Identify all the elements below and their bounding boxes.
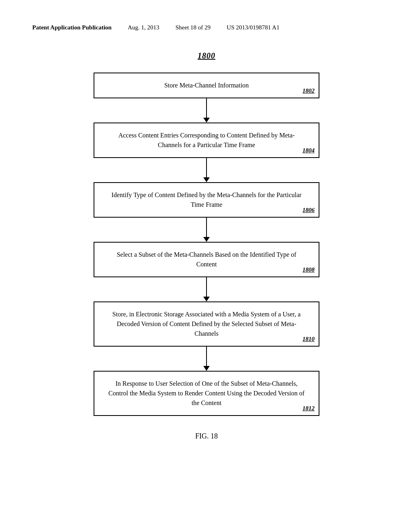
arrow-4 [203,277,210,301]
flow-box-1802-label: 1802 [302,86,315,96]
page: Patent Application Publication Aug. 1, 2… [0,0,413,532]
arrow-line-5 [206,347,207,366]
flow-box-1810-label: 1810 [302,335,315,344]
flow-box-1804-label: 1804 [302,146,315,155]
flow-box-1804-text: Access Content Entries Corresponding to … [118,132,294,148]
flow-box-1802-text: Store Meta-Channel Information [164,82,249,89]
header-sheet: Sheet 18 of 29 [175,24,211,31]
flow-box-1810: Store, in Electronic Storage Associated … [94,301,319,347]
arrow-line-4 [206,277,207,297]
flow-box-1808-label: 1808 [302,265,315,274]
arrow-1 [203,98,210,123]
flow-box-1812-label: 1812 [302,404,315,413]
flow-box-1802: Store Meta-Channel Information 1802 [94,73,319,98]
flow-diagram: 1800 Store Meta-Channel Information 1802… [32,51,381,441]
arrow-head-2 [203,177,210,182]
arrow-line-3 [206,218,207,237]
arrow-line-2 [206,158,207,177]
arrow-head-3 [203,237,210,242]
fig-label: FIG. 18 [195,432,218,441]
header-date: Aug. 1, 2013 [128,24,159,31]
flow-box-1806: Identify Type of Content Defined by the … [94,182,319,218]
flow-box-1810-text: Store, in Electronic Storage Associated … [113,311,301,337]
arrow-head-5 [203,366,210,371]
flow-box-1806-label: 1806 [302,206,315,215]
flow-box-1812: In Response to User Selection of One of … [94,371,319,416]
header-patent-label: Patent Application Publication [32,24,112,31]
header: Patent Application Publication Aug. 1, 2… [32,24,381,31]
arrow-2 [203,158,210,182]
arrow-head-1 [203,118,210,123]
arrow-head-4 [203,297,210,301]
flow-box-1804: Access Content Entries Corresponding to … [94,123,319,158]
flow-box-1808: Select a Subset of the Meta-Channels Bas… [94,242,319,277]
diagram-ref-number: 1800 [198,51,215,60]
header-number: US 2013/0198781 A1 [227,24,280,31]
arrow-5 [203,347,210,371]
arrow-line-1 [206,98,207,118]
arrow-3 [203,218,210,242]
flow-box-1806-text: Identify Type of Content Defined by the … [111,191,301,208]
flow-box-1808-text: Select a Subset of the Meta-Channels Bas… [117,251,296,268]
flow-box-1812-text: In Response to User Selection of One of … [108,380,305,406]
